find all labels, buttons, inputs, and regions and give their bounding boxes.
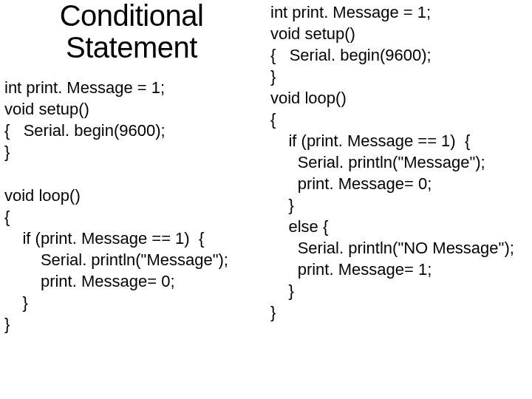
right-code-block: int print. Message = 1; void setup() { S… [270,1,525,323]
title-line-1: Conditional [60,0,204,32]
slide: Conditional Statement int print. Message… [0,0,532,399]
title-line-2: Statement [66,31,197,64]
left-column: Conditional Statement int print. Message… [0,0,266,399]
slide-title: Conditional Statement [4,0,259,64]
right-column: int print. Message = 1; void setup() { S… [266,0,532,399]
left-code-block: int print. Message = 1; void setup() { S… [4,77,259,334]
